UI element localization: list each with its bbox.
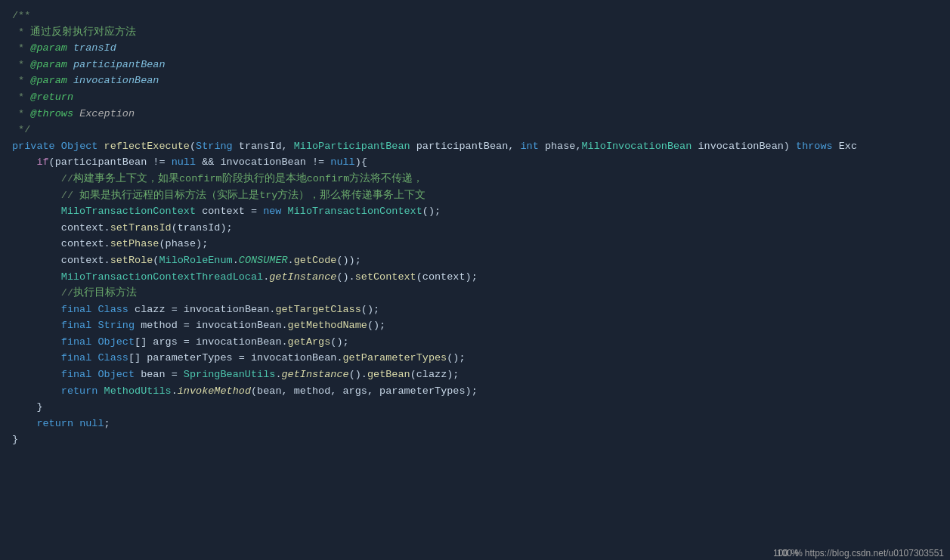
code-line-3: * @param transId <box>0 40 950 57</box>
code-line-13: MiloTransactionContext context = new Mil… <box>0 203 950 220</box>
code-line-24: return MethodUtils.invokeMethod(bean, me… <box>0 383 950 400</box>
code-line-27: } <box>0 432 950 448</box>
code-line-14: context.setTransId(transId); <box>0 220 950 237</box>
status-page: 3551 <box>924 548 944 558</box>
code-line-1: /** <box>0 8 950 24</box>
code-line-17: MiloTransactionContextThreadLocal.getIns… <box>0 269 950 286</box>
code-line-12: // 如果是执行远程的目标方法（实际上是try方法），那么将传递事务上下文 <box>0 187 950 204</box>
zoom-indicator: 100 % <box>777 548 803 558</box>
code-line-4: * @param participantBean <box>0 57 950 73</box>
code-line-25: } <box>0 399 950 416</box>
code-line-20: final String method = invocationBean.get… <box>0 317 950 334</box>
code-line-23: final Object bean = SpringBeanUtils.getI… <box>0 367 950 383</box>
code-line-6: * @return <box>0 89 950 106</box>
code-line-5: * @param invocationBean <box>0 73 950 89</box>
code-line-16: context.setRole(MiloRoleEnum.CONSUMER.ge… <box>0 252 950 269</box>
code-line-10: if(participantBean != null && invocation… <box>0 154 950 171</box>
code-line-19: final Class clazz = invocationBean.getTa… <box>0 302 950 318</box>
code-line-15: context.setPhase(phase); <box>0 236 950 252</box>
code-line-11: //构建事务上下文，如果confirm阶段执行的是本地confirm方法将不传递… <box>0 171 950 187</box>
code-line-18: //执行目标方法 <box>0 285 950 302</box>
code-line-22: final Class[] parameterTypes = invocatio… <box>0 350 950 367</box>
code-editor: /** * 通过反射执行对应方法 * @param transId * @par… <box>0 0 950 560</box>
status-bar: https://blog.csdn.net/u0107303551 <box>799 546 950 560</box>
status-url[interactable]: https://blog.csdn.net/u010730 <box>805 548 924 558</box>
code-line-7: * @throws Exception <box>0 106 950 122</box>
code-line-9: private Object reflectExecute(String tra… <box>0 138 950 155</box>
code-line-21: final Object[] args = invocationBean.get… <box>0 334 950 351</box>
code-line-2: * 通过反射执行对应方法 <box>0 24 950 41</box>
code-line-8: */ <box>0 122 950 138</box>
code-line-26: return null; <box>0 416 950 432</box>
